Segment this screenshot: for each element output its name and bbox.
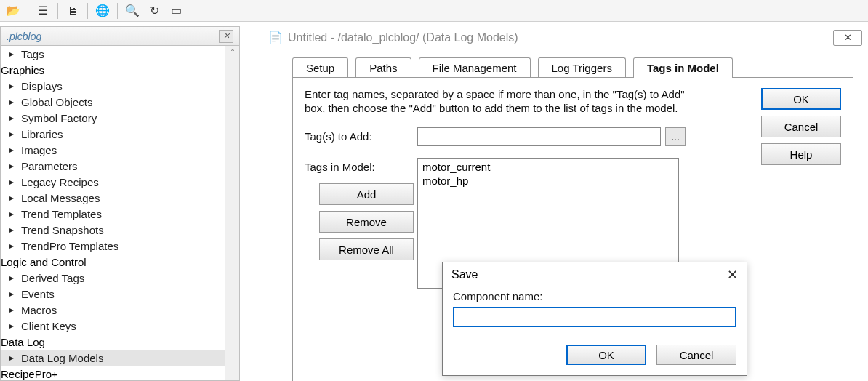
instructions-text: Enter tag names, separated by a space if… — [305, 88, 697, 116]
tree-item[interactable]: ▸Parameters — [1, 158, 239, 174]
remove-button[interactable]: Remove — [319, 211, 414, 233]
refresh-icon[interactable]: ↻ — [144, 1, 164, 20]
tree-item[interactable]: Graphics — [1, 62, 239, 78]
list-item[interactable]: motor_current — [422, 160, 674, 175]
window-close-button[interactable]: ✕ — [833, 30, 862, 46]
remove-all-button[interactable]: Remove All — [319, 238, 414, 260]
tab[interactable]: Paths — [355, 57, 411, 78]
tree-item[interactable]: ▸Local Messages — [1, 190, 239, 206]
save-dialog-close-icon[interactable]: ✕ — [727, 267, 738, 283]
tree-item-label: Tags — [21, 48, 44, 60]
save-dialog: Save ✕ Component name: OK Cancel — [442, 262, 747, 376]
tree-item[interactable]: ▸Symbol Factory — [1, 110, 239, 126]
tree-item-label: Images — [21, 144, 57, 156]
tree-item-label: Client Keys — [21, 320, 76, 332]
tree-item[interactable]: RecipePro+ — [1, 366, 239, 380]
tree-item-label: Data Log Models — [21, 352, 103, 364]
tree-item-icon: ▸ — [5, 48, 18, 60]
tree-item[interactable]: Logic and Control — [1, 254, 239, 270]
tree-item[interactable]: ▸Data Log Models — [1, 350, 239, 366]
globe-icon[interactable]: 🌐 — [92, 1, 113, 20]
tags-in-model-label: Tags in Model: — [305, 158, 417, 173]
add-button[interactable]: Add — [319, 183, 414, 205]
component-name-label: Component name: — [453, 290, 736, 302]
tree-item-label: RecipePro+ — [1, 368, 58, 380]
tree-item-icon: ▸ — [5, 192, 18, 204]
tab[interactable]: File Management — [419, 57, 531, 78]
window-icon[interactable]: ▭ — [166, 1, 186, 20]
tree-item[interactable]: ▸Trend Templates — [1, 206, 239, 222]
tree-item[interactable]: ▸Tags — [1, 46, 239, 62]
tree-item[interactable]: ▸Macros — [1, 302, 239, 318]
tree-item[interactable]: ▸Events — [1, 286, 239, 302]
sidebar-close-button[interactable]: ✕ — [219, 30, 233, 43]
save-dialog-title: Save — [451, 268, 478, 281]
tree-item-icon: ▸ — [5, 288, 18, 300]
tree-item-label: Logic and Control — [1, 256, 87, 268]
main-toolbar: 📂 ☰ 🖥 🌐 🔍 ↻ ▭ — [0, 0, 868, 22]
explorer-sidebar: .plcblog ✕ ▸TagsGraphics▸Displays▸Global… — [0, 26, 240, 381]
tree-item-icon: ▸ — [5, 144, 18, 156]
window-title-bar: 📄 Untitled - /datalo_plcblog/ (Data Log … — [263, 26, 868, 49]
tree-item-label: TrendPro Templates — [21, 240, 118, 252]
toolbar-separator — [87, 3, 88, 19]
tab[interactable]: Log Triggers — [538, 57, 626, 78]
tree-item-label: Displays — [21, 80, 63, 92]
tree-item-icon: ▸ — [5, 160, 18, 172]
tree-item-icon: ▸ — [5, 304, 18, 316]
tree-item-label: Derived Tags — [21, 272, 84, 284]
browse-tags-button[interactable]: ... — [665, 127, 686, 146]
tree-item-label: Graphics — [1, 64, 44, 76]
list-icon[interactable]: ☰ — [33, 1, 53, 20]
list-item[interactable]: motor_hp — [422, 174, 674, 188]
ok-button[interactable]: OK — [761, 88, 841, 110]
tree-item[interactable]: ▸Legacy Recipes — [1, 174, 239, 190]
tree-item-icon: ▸ — [5, 112, 18, 124]
tree-item-icon: ▸ — [5, 208, 18, 220]
dialog-button-column: OK Cancel Help — [761, 88, 841, 165]
toolbar-separator — [117, 3, 118, 19]
list-button-column: Add Remove Remove All — [319, 183, 414, 260]
tree-item-icon: ▸ — [5, 80, 18, 92]
tree-scrollbar[interactable]: ˄ — [225, 46, 239, 380]
tree-item[interactable]: ▸Libraries — [1, 126, 239, 142]
tree-item-icon: ▸ — [5, 176, 18, 188]
window-title: Untitled - /datalo_plcblog/ (Data Log Mo… — [288, 31, 518, 44]
tree-item-label: Libraries — [21, 128, 63, 140]
tree-item-label: Trend Snapshots — [21, 224, 104, 236]
tree-item-label: Trend Templates — [21, 208, 102, 220]
tree-item-label: Data Log — [1, 336, 45, 348]
tags-to-add-label: Tag(s) to Add: — [305, 127, 417, 143]
tree-item[interactable]: ▸Client Keys — [1, 318, 239, 334]
tree-item[interactable]: ▸Displays — [1, 78, 239, 94]
toolbar-separator — [28, 3, 28, 19]
tree-item-icon: ▸ — [5, 272, 18, 284]
tree-item-label: Macros — [21, 304, 57, 316]
tab[interactable]: Tags in Model — [633, 57, 733, 78]
monitor-icon[interactable]: 🖥 — [63, 1, 83, 20]
tree-item[interactable]: ▸Trend Snapshots — [1, 222, 239, 238]
tree-item-icon: ▸ — [5, 224, 18, 236]
tree-item[interactable]: ▸Derived Tags — [1, 270, 239, 286]
save-ok-button[interactable]: OK — [566, 345, 646, 365]
tree-item-label: Symbol Factory — [21, 112, 97, 124]
binoculars-icon[interactable]: 🔍 — [122, 1, 142, 20]
tree-item[interactable]: ▸Global Objects — [1, 94, 239, 110]
folder-open-icon[interactable]: 📂 — [3, 1, 23, 20]
tree-item-icon: ▸ — [5, 240, 18, 252]
save-cancel-button[interactable]: Cancel — [656, 345, 736, 365]
cancel-button[interactable]: Cancel — [761, 116, 841, 137]
tags-to-add-input[interactable] — [417, 127, 661, 146]
tree-item-icon: ▸ — [5, 96, 18, 108]
tree-item[interactable]: ▸TrendPro Templates — [1, 238, 239, 254]
sidebar-title-bar: .plcblog ✕ — [1, 27, 239, 46]
tab-row: SetupPathsFile ManagementLog TriggersTag… — [263, 49, 868, 77]
tree-item[interactable]: Data Log — [1, 334, 239, 350]
document-icon: 📄 — [269, 31, 282, 44]
tree-item-icon: ▸ — [5, 128, 18, 140]
tree-item[interactable]: ▸Images — [1, 142, 239, 158]
tab[interactable]: Setup — [292, 57, 348, 78]
component-name-input[interactable] — [453, 307, 736, 327]
scroll-up-icon[interactable]: ˄ — [225, 46, 239, 60]
help-button[interactable]: Help — [761, 143, 841, 165]
